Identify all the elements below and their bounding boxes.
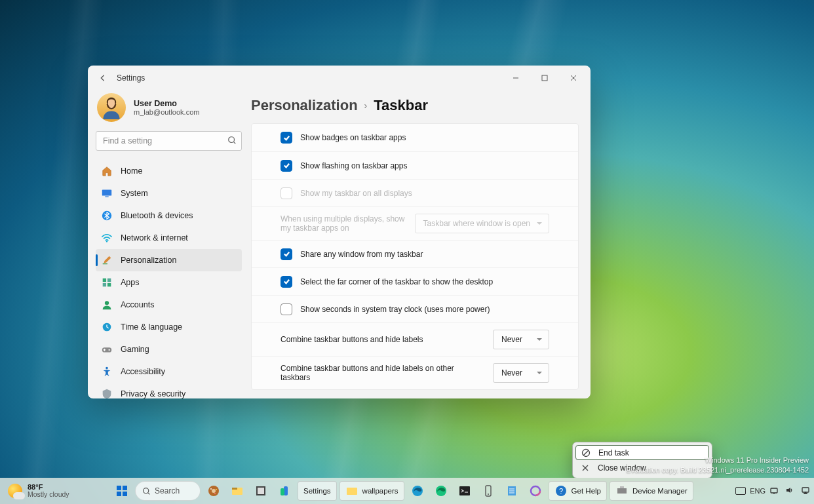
nav-accessibility[interactable]: Accessibility <box>96 360 242 383</box>
taskbar-search[interactable]: Search <box>135 481 201 501</box>
taskbar-weather[interactable]: 88°F Mostly cloudy <box>4 484 73 499</box>
checkbox-flashing[interactable] <box>281 160 292 172</box>
row-badges[interactable]: Show badges on taskbar apps <box>252 124 578 151</box>
nav-personalization[interactable]: Personalization <box>96 249 242 271</box>
svg-point-26 <box>210 488 212 490</box>
checkbox-share[interactable] <box>281 248 292 260</box>
taskbar-taskview-icon[interactable] <box>250 480 271 501</box>
svg-rect-49 <box>802 488 809 492</box>
taskbar-terminal-icon[interactable] <box>454 480 475 501</box>
search-container <box>96 131 242 151</box>
search-input[interactable] <box>96 131 242 151</box>
checkbox-seconds[interactable] <box>281 303 292 315</box>
dropdown-multi-displays: Taskbar where window is open <box>415 214 549 233</box>
checkbox-corner[interactable] <box>281 276 292 288</box>
row-share[interactable]: Share any window from my taskbar <box>252 240 578 267</box>
taskbar-notepad-icon[interactable] <box>501 480 522 501</box>
close-button[interactable] <box>559 68 588 88</box>
svg-rect-3 <box>102 190 111 196</box>
row-flashing[interactable]: Show flashing on taskbar apps <box>252 151 578 179</box>
tray-volume-icon[interactable] <box>785 486 794 496</box>
svg-rect-0 <box>542 75 547 81</box>
tray-lang[interactable]: ENG <box>750 487 766 495</box>
taskbar-explorer-icon[interactable] <box>227 480 248 501</box>
taskbar-phone-icon[interactable] <box>478 480 499 501</box>
breadcrumb: Personalization › Taskbar <box>251 97 579 114</box>
taskbar-edge-icon[interactable] <box>407 480 428 501</box>
chevron-right-icon: › <box>364 100 368 111</box>
dropdown-combine2[interactable]: Never <box>493 363 549 383</box>
nav-apps[interactable]: Apps <box>96 271 242 294</box>
row-combine2[interactable]: Combine taskbar buttons and hide labels … <box>252 356 578 389</box>
svg-rect-19 <box>117 486 121 490</box>
svg-rect-20 <box>123 486 127 490</box>
svg-point-2 <box>229 137 235 143</box>
dropdown-combine1[interactable]: Never <box>493 330 549 349</box>
minimize-button[interactable] <box>501 68 530 88</box>
taskbar-donut-icon[interactable] <box>203 480 224 501</box>
svg-rect-7 <box>103 263 107 265</box>
main-pane[interactable]: Personalization › Taskbar Show badges on… <box>246 90 591 398</box>
prohibit-icon <box>581 448 591 457</box>
apps-icon <box>101 277 113 288</box>
svg-rect-47 <box>620 486 624 488</box>
nav-system[interactable]: System <box>96 182 242 204</box>
taskbar-settings[interactable]: Settings <box>298 481 337 501</box>
breadcrumb-parent[interactable]: Personalization <box>251 97 358 114</box>
person-icon <box>101 299 113 311</box>
taskbar-copilot-icon[interactable] <box>274 480 295 501</box>
bluetooth-icon <box>101 210 113 222</box>
tray-action-icon[interactable] <box>801 486 810 496</box>
row-combine1[interactable]: Combine taskbar buttons and hide labels … <box>252 322 578 356</box>
tray-network-icon[interactable] <box>769 486 779 496</box>
settings-window: Settings User Demo m_lab@outlook.com <box>88 66 591 398</box>
settings-panel: Show badges on taskbar apps Show flashin… <box>251 123 579 390</box>
svg-rect-22 <box>123 492 127 496</box>
close-icon <box>581 463 590 473</box>
titlebar: Settings <box>88 66 591 90</box>
row-corner[interactable]: Select the far corner of the taskbar to … <box>252 267 578 295</box>
taskbar-edge-canary-icon[interactable] <box>431 480 452 501</box>
svg-rect-46 <box>617 488 627 494</box>
row-multi-displays: When using multiple displays, show my ta… <box>252 206 578 240</box>
shield-icon <box>101 388 113 398</box>
user-block[interactable]: User Demo m_lab@outlook.com <box>96 90 242 131</box>
sidebar: User Demo m_lab@outlook.com Home System … <box>88 90 246 398</box>
back-button[interactable] <box>98 73 107 83</box>
svg-rect-38 <box>459 486 470 495</box>
nav-home[interactable]: Home <box>96 160 242 182</box>
nav-gaming[interactable]: Gaming <box>96 338 242 360</box>
taskbar-devicemgr[interactable]: Device Manager <box>610 481 693 501</box>
accessibility-icon <box>101 366 113 378</box>
svg-point-23 <box>144 488 149 493</box>
row-seconds[interactable]: Show seconds in system tray clock (uses … <box>252 295 578 322</box>
breadcrumb-current: Taskbar <box>374 97 428 114</box>
row-all-displays: Show my taskbar on all displays <box>252 179 578 206</box>
wifi-icon <box>101 232 113 244</box>
brush-icon <box>101 254 113 266</box>
maximize-button[interactable] <box>530 68 559 88</box>
svg-rect-48 <box>771 488 777 493</box>
nav-bluetooth[interactable]: Bluetooth & devices <box>96 204 242 227</box>
checkbox-badges[interactable] <box>281 132 292 144</box>
checkbox-all-displays <box>281 187 292 199</box>
nav-network[interactable]: Network & internet <box>96 227 242 249</box>
taskbar-arc-icon[interactable] <box>525 480 546 501</box>
user-name: User Demo <box>134 99 199 108</box>
nav-accounts[interactable]: Accounts <box>96 294 242 316</box>
svg-rect-34 <box>281 488 284 495</box>
svg-rect-30 <box>232 488 237 490</box>
nav-list: Home System Bluetooth & devices Network … <box>96 160 242 398</box>
tray-app-icon[interactable] <box>735 487 746 495</box>
home-icon <box>101 165 113 177</box>
weather-icon <box>8 484 22 498</box>
nav-time[interactable]: Time & language <box>96 316 242 338</box>
taskbar-wallpapers[interactable]: wallpapers <box>339 481 404 501</box>
app-title: Settings <box>117 73 145 83</box>
taskbar-right: ENG <box>731 486 810 496</box>
svg-rect-21 <box>117 492 121 496</box>
taskbar-gethelp[interactable]: ?Get Help <box>549 481 607 501</box>
start-button[interactable] <box>111 480 132 501</box>
nav-privacy[interactable]: Privacy & security <box>96 383 242 398</box>
svg-rect-9 <box>107 279 111 282</box>
